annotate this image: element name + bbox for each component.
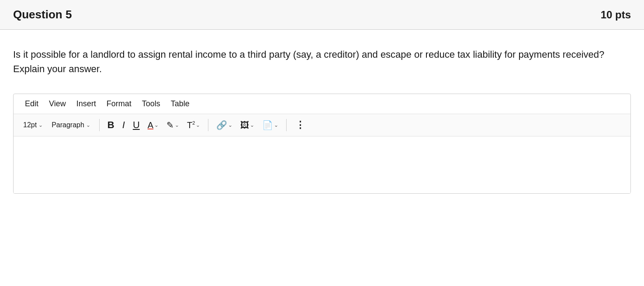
image-chevron-icon: ⌄ [250,122,254,128]
more-options-icon: ⋮ [295,119,305,130]
bold-icon: B [107,119,114,131]
font-color-chevron-icon: ⌄ [154,122,159,128]
paragraph-style-select[interactable]: Paragraph ⌄ [48,119,94,131]
question-points: 10 pts [601,9,631,21]
toolbar-separator-3 [286,119,287,131]
underline-icon: U [133,119,140,131]
highlight-chevron-icon: ⌄ [175,122,179,128]
font-size-value: 12pt [23,121,37,129]
italic-icon: I [122,119,125,131]
paragraph-chevron-icon: ⌄ [86,122,90,128]
question-header: Question 5 10 pts [0,0,644,30]
menu-item-insert[interactable]: Insert [72,98,100,110]
menu-item-edit[interactable]: Edit [21,98,43,110]
question-container: Question 5 10 pts Is it possible for a l… [0,0,644,286]
question-text: Is it possible for a landlord to assign … [13,47,631,76]
superscript-button[interactable]: T2 ⌄ [184,119,203,132]
toolbar-separator-1 [99,119,100,131]
link-icon: 🔗 [216,120,227,130]
font-color-icon: A [148,120,153,130]
toolbar-separator-2 [208,119,208,131]
embed-chevron-icon: ⌄ [274,122,278,128]
menu-item-table[interactable]: Table [166,98,194,110]
menu-item-format[interactable]: Format [102,98,136,110]
link-chevron-icon: ⌄ [228,122,232,128]
font-color-button[interactable]: A ⌄ [145,119,161,132]
italic-button[interactable]: I [120,118,128,133]
more-options-button[interactable]: ⋮ [292,118,308,133]
font-size-chevron-icon: ⌄ [38,122,43,128]
editor-content[interactable] [14,136,630,193]
superscript-icon: T2 [187,120,195,130]
menu-bar: Edit View Insert Format Tools Table [14,94,630,114]
editor-wrapper: Edit View Insert Format Tools Table 12pt… [13,94,631,194]
menu-item-tools[interactable]: Tools [138,98,165,110]
toolbar: 12pt ⌄ Paragraph ⌄ B I [14,114,630,136]
embed-icon: 📄 [262,120,273,130]
highlight-button[interactable]: ✎ ⌄ [164,118,182,132]
question-body: Is it possible for a landlord to assign … [0,30,644,202]
link-button[interactable]: 🔗 ⌄ [214,118,235,132]
font-size-select[interactable]: 12pt ⌄ [21,119,45,131]
paragraph-style-value: Paragraph [52,121,84,129]
highlight-icon: ✎ [166,120,174,130]
embed-button[interactable]: 📄 ⌄ [260,118,281,132]
question-title: Question 5 [13,8,72,21]
bold-button[interactable]: B [105,118,117,133]
image-icon: 🖼 [240,120,249,130]
image-button[interactable]: 🖼 ⌄ [238,119,257,132]
superscript-chevron-icon: ⌄ [196,122,200,128]
underline-button[interactable]: U [130,118,142,133]
menu-item-view[interactable]: View [45,98,70,110]
